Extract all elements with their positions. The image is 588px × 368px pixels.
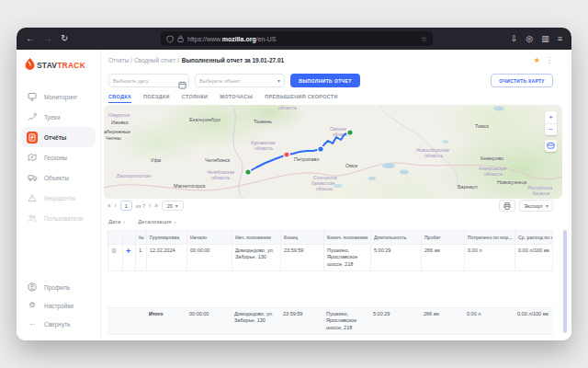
panel-icon[interactable]: ▥: [541, 35, 549, 43]
report-table: № Группировка Начало Нач. положение Коне…: [107, 230, 553, 271]
tab-speeding[interactable]: ПРЕВЫШЕНИЯ СКОРОСТИ: [265, 94, 338, 103]
track-gears-icon[interactable]: ⚙: [111, 247, 117, 254]
page-title: Выполненный отчет за 19.01-27.01: [182, 57, 284, 63]
section-details[interactable]: Детализация›: [138, 219, 175, 224]
bookmark-icon[interactable]: ☆: [421, 35, 427, 43]
logo-text-track: TRACK: [57, 61, 85, 70]
logo-flame-icon: [25, 58, 35, 70]
browser-window: ← → ↻ https://www.mozilla.org/en-US ☆ ⇩ …: [17, 28, 571, 340]
export-toolbar: Экспорт ▾: [499, 200, 553, 212]
route-point-marker[interactable]: [318, 146, 323, 152]
collapse-arrow-icon: ←: [28, 320, 36, 328]
favorite-star-icon[interactable]: ★: [534, 56, 540, 64]
table-row[interactable]: ⚙ + 1 12.02.2024 00:00:00 Домодедово, ул…: [108, 245, 553, 271]
lock-icon: [177, 35, 184, 42]
col-duration: Длительность: [371, 231, 422, 245]
main-content: Отчеты / Сводный отчет / Выполненный отч…: [101, 50, 571, 340]
sidebar-item-geozones[interactable]: Геозоны: [21, 147, 96, 167]
url-text: https://www.mozilla.org/en-US: [187, 36, 276, 42]
chevron-down-icon: ▾: [277, 77, 280, 84]
kebab-menu-icon[interactable]: ⋮: [546, 56, 553, 64]
run-report-button[interactable]: ВЫПОЛНИТЬ ОТЧЕТ: [290, 74, 360, 87]
breadcrumb[interactable]: Отчеты / Сводный отчет /: [108, 57, 179, 63]
sidebar-item-monitoring[interactable]: Мониторинг: [21, 86, 96, 107]
report-tabs: СВОДКА ПОЕЗДКИ СТОЯНКИ МОТОЧАСЫ ПРЕВЫШЕН…: [108, 94, 338, 103]
col-grouping: Группировка: [147, 231, 187, 245]
section-date[interactable]: Дата›: [108, 219, 125, 224]
tab-engine-hours[interactable]: МОТОЧАСЫ: [220, 94, 253, 103]
sidebar-item-collapse[interactable]: ← Свернуть: [21, 315, 96, 333]
tab-stops[interactable]: СТОЯНКИ: [182, 94, 209, 103]
app-content: STAVTRACK Мониторинг Треки Отчёты Геоз: [17, 50, 571, 340]
sidebar-item-incidents: Инциденты: [21, 188, 96, 208]
route-polyline: [248, 132, 350, 172]
monitor-icon: [27, 92, 38, 101]
shield-icon: [166, 35, 174, 43]
col-number: №: [136, 231, 147, 245]
col-fuel-spent: Потрачено по нор...: [465, 231, 515, 245]
map-area[interactable]: + − ИжевскНабережныеЧелныЕкатеринбургТюм…: [104, 105, 562, 199]
menu-icon[interactable]: ≡: [558, 35, 562, 43]
page-first-button[interactable]: «: [107, 202, 111, 209]
map-layers-button[interactable]: [545, 140, 557, 152]
map-zoom-control: + −: [545, 111, 557, 135]
printer-icon: [503, 202, 511, 210]
forward-icon[interactable]: →: [43, 34, 52, 43]
url-bar[interactable]: https://www.mozilla.org/en-US ☆: [161, 31, 433, 46]
tab-summary[interactable]: СВОДКА: [108, 94, 131, 103]
chevron-down-icon: ▾: [546, 202, 548, 209]
page-number-box[interactable]: 1: [120, 201, 132, 211]
tab-trips[interactable]: ПОЕЗДКИ: [143, 94, 170, 103]
table-scrollbar[interactable]: [563, 230, 567, 333]
date-input[interactable]: [108, 74, 189, 87]
account-icon[interactable]: ◎: [526, 35, 533, 43]
truck-icon: [27, 173, 38, 182]
geozone-pin-icon: [27, 153, 38, 162]
app-logo[interactable]: STAVTRACK: [25, 58, 85, 70]
page-last-button[interactable]: »: [154, 202, 158, 209]
route-start-marker[interactable]: [245, 169, 251, 175]
clear-map-button[interactable]: ОЧИСТИТЬ КАРТУ: [491, 74, 553, 87]
col-end: Конец: [281, 231, 324, 245]
calendar-icon[interactable]: [178, 76, 187, 93]
table-total-row: Итого 00:00:00 Домодедово, ул. Заборье, …: [107, 307, 552, 335]
browser-toolbar: ← → ↻ https://www.mozilla.org/en-US ☆ ⇩ …: [17, 28, 571, 50]
back-icon[interactable]: ←: [26, 34, 35, 43]
users-icon: [27, 213, 38, 223]
sidebar-footer: Профиль ⚙ Настройки ← Свернуть: [21, 278, 96, 333]
page-prev-button[interactable]: ‹: [115, 202, 117, 209]
chevron-right-icon: ›: [175, 219, 176, 224]
download-icon[interactable]: ⇩: [511, 35, 518, 43]
sidebar-item-tracks[interactable]: Треки: [21, 107, 96, 127]
sidebar-item-reports[interactable]: Отчёты: [21, 127, 96, 147]
zoom-out-button[interactable]: −: [545, 124, 557, 136]
table-header-row: № Группировка Начало Нач. положение Коне…: [108, 231, 553, 245]
total-label: Итого: [146, 308, 187, 335]
sidebar-item-profile[interactable]: Профиль: [21, 278, 96, 296]
object-select[interactable]: Выберите объект ▾: [195, 74, 285, 87]
report-icon: [27, 132, 38, 144]
sidebar-item-settings[interactable]: ⚙ Настройки: [21, 296, 96, 315]
export-select[interactable]: Экспорт ▾: [519, 200, 553, 212]
route-end-marker[interactable]: [347, 130, 353, 135]
page-size-select[interactable]: 20▾: [162, 201, 184, 211]
sidebar-nav: Мониторинг Треки Отчёты Геозоны Объекты: [21, 86, 96, 228]
reload-icon[interactable]: ↻: [61, 34, 68, 43]
chevron-right-icon: ›: [123, 219, 125, 224]
route-layer: [104, 105, 562, 199]
page-count-label: из 7: [136, 203, 145, 209]
col-mileage: Пробег: [422, 231, 465, 245]
zoom-in-button[interactable]: +: [545, 111, 557, 124]
col-end-location: Конеч. положение: [324, 231, 371, 245]
gear-icon: ⚙: [28, 302, 35, 309]
col-start-location: Нач. положение: [232, 231, 281, 245]
profile-icon: [27, 282, 38, 292]
filter-bar: Выберите объект ▾ ВЫПОЛНИТЬ ОТЧЕТ ОЧИСТИ…: [101, 74, 571, 88]
warning-icon: [27, 193, 38, 202]
print-button[interactable]: [499, 200, 515, 212]
sidebar-item-objects[interactable]: Объекты: [21, 167, 96, 188]
page-next-button[interactable]: ›: [149, 202, 151, 209]
sidebar: STAVTRACK Мониторинг Треки Отчёты Геоз: [17, 50, 101, 340]
expand-row-icon[interactable]: +: [126, 247, 130, 256]
route-event-marker[interactable]: [284, 152, 289, 157]
